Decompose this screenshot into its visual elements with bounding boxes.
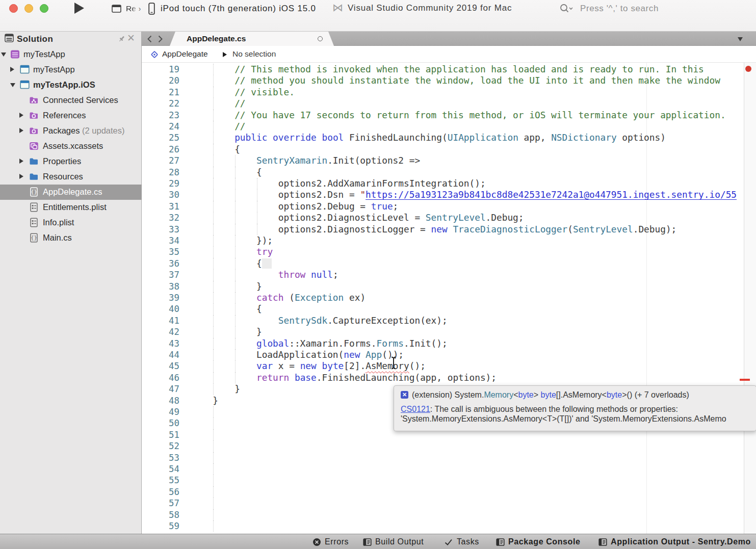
status-item-tasks[interactable]: Tasks (444, 534, 479, 549)
zoom-window-button[interactable] (40, 4, 48, 13)
chevron-right-icon[interactable] (19, 128, 23, 133)
code-line-59[interactable]: 59 (142, 520, 744, 532)
code-line-24[interactable]: 24 // (142, 121, 744, 132)
code-line-32[interactable]: 32 options2.DiagnosticLevel = SentryLeve… (142, 212, 744, 223)
code-line-52[interactable]: 52 (142, 440, 744, 452)
code-line-33[interactable]: 33 options2.DiagnosticLogger = new Trace… (142, 224, 744, 235)
tree-item-packages[interactable]: Packages (2 updates) (0, 123, 142, 139)
minimize-window-button[interactable] (24, 4, 33, 13)
tree-item-appdelegate-cs[interactable]: {}AppDelegate.cs (0, 185, 142, 200)
line-number: 35 (142, 246, 179, 257)
line-number: 33 (142, 224, 179, 235)
scroll-annotation-column[interactable] (744, 63, 756, 534)
console-icon (598, 538, 607, 546)
pin-pad-icon[interactable] (118, 35, 126, 45)
solution-pad-title: Solution (17, 34, 53, 44)
line-number: 20 (142, 75, 179, 86)
close-pad-icon[interactable]: ✕ (127, 32, 135, 44)
close-window-button[interactable] (9, 4, 18, 13)
breadcrumb-selection[interactable]: No selection (232, 49, 276, 59)
status-item-errors[interactable]: Errors (312, 534, 349, 549)
code-line-56[interactable]: 56 (142, 486, 744, 498)
code-line-58[interactable]: 58 (142, 509, 744, 520)
line-number: 39 (142, 292, 179, 303)
code-line-34[interactable]: 34 }); (142, 235, 744, 246)
search-field[interactable]: Press '^,' to search (559, 2, 659, 15)
code-line-57[interactable]: 57 (142, 498, 744, 509)
code-line-31[interactable]: 31 options2.Debug = true; (142, 201, 744, 212)
tree-item-mytestapp-ios[interactable]: myTestApp.iOS (0, 77, 142, 93)
code-line-46[interactable]: 46 return base.FinishedLaunching(app, op… (142, 372, 744, 383)
code-line-37[interactable]: 37 throw null; (142, 269, 744, 280)
tab-unsaved-indicator-icon (318, 36, 323, 41)
code-line-41[interactable]: 41 SentrySdk.CaptureException(ex); (142, 315, 744, 326)
breadcrumb: AppDelegate No selection (142, 46, 756, 63)
status-item-build-output[interactable]: Build Output (363, 534, 424, 549)
tree-item-entitlements-plist[interactable]: Entitlements.plist (0, 200, 142, 215)
code-line-54[interactable]: 54 (142, 463, 744, 475)
code-line-44[interactable]: 44 LoadApplication(new App()); (142, 349, 744, 360)
chevron-right-icon[interactable] (19, 174, 23, 179)
error-code-link[interactable]: CS0121 (401, 405, 430, 413)
csfile-icon: {} (29, 233, 39, 245)
plist-icon (29, 202, 39, 214)
tab-appdelegate[interactable]: AppDelegate.cs (170, 32, 334, 46)
code-line-23[interactable]: 23 // You have 17 seconds to return from… (142, 110, 744, 121)
configuration-selector[interactable]: Re › (112, 4, 141, 13)
code-line-43[interactable]: 43 global::Xamarin.Forms.Forms.Init(); (142, 338, 744, 349)
run-button[interactable] (74, 3, 84, 14)
code-text: // (191, 121, 246, 132)
tooltip-message-text: : The call is ambiguous between the foll… (430, 405, 678, 413)
code-line-19[interactable]: 19 // This method is invoked when the ap… (142, 64, 744, 75)
code-line-26[interactable]: 26 { (142, 144, 744, 155)
navigate-back-icon[interactable] (146, 35, 153, 45)
tree-item-properties[interactable]: Properties (0, 154, 142, 169)
indent-guide (213, 440, 214, 452)
navigate-forward-icon[interactable] (157, 35, 164, 45)
code-line-30[interactable]: 30 options2.Dsn = "https://5a193123a9b84… (142, 189, 744, 200)
code-line-42[interactable]: 42 } (142, 326, 744, 337)
tree-item-connected-services[interactable]: Connected Services (0, 93, 142, 108)
caret-highlight (262, 258, 272, 269)
tree-item-resources[interactable]: Resources (0, 169, 142, 185)
code-editor[interactable]: 19 // This method is invoked when the ap… (142, 63, 744, 534)
status-item-package-console[interactable]: Package Console (496, 534, 581, 549)
line-number: 41 (142, 315, 179, 326)
code-line-29[interactable]: 29 options2.AddXamarinFormsIntegration()… (142, 178, 744, 189)
code-line-40[interactable]: 40 { (142, 303, 744, 315)
chevron-right-icon[interactable] (10, 67, 14, 72)
code-line-28[interactable]: 28 { (142, 167, 744, 178)
breadcrumb-class[interactable]: AppDelegate (162, 49, 208, 59)
chevron-right-icon[interactable] (19, 159, 23, 164)
code-line-21[interactable]: 21 // visible. (142, 87, 744, 98)
line-number: 50 (142, 417, 179, 429)
tree-item-references[interactable]: References (0, 108, 142, 123)
code-line-22[interactable]: 22 // (142, 98, 744, 109)
device-selector[interactable]: iPod touch (7th generation) iOS 15.0 (148, 3, 316, 15)
code-line-38[interactable]: 38 } (142, 281, 744, 292)
tree-item-assets-xcassets[interactable]: Assets.xcassets (0, 139, 142, 154)
tree-item-info-plist[interactable]: Info.plist (0, 215, 142, 230)
line-number: 43 (142, 338, 179, 349)
tree-item-mytestapp[interactable]: myTestApp (0, 62, 142, 77)
code-line-27[interactable]: 27 SentryXamarin.Init(options2 => (142, 155, 744, 166)
tree-item-main-cs[interactable]: {}Main.cs (0, 230, 142, 246)
code-line-53[interactable]: 53 (142, 452, 744, 463)
code-line-39[interactable]: 39 catch (Exception ex) (142, 292, 744, 303)
chevron-down-icon[interactable] (10, 83, 15, 87)
code-text: LoadApplication(new App()); (191, 349, 404, 360)
code-line-25[interactable]: 25 public override bool FinishedLaunchin… (142, 132, 744, 143)
chevron-right-icon[interactable] (19, 113, 23, 118)
code-line-35[interactable]: 35 try (142, 246, 744, 257)
chevron-down-icon[interactable] (1, 53, 6, 57)
code-line-45[interactable]: 45 var x = new byte[2].AsMemory(); (142, 360, 744, 372)
tab-label: AppDelegate.cs (187, 34, 246, 43)
status-item-application-output-sentry-demo[interactable]: Application Output - Sentry.Demo (598, 534, 751, 549)
tree-item-mytestapp[interactable]: myTestApp (0, 47, 142, 62)
indent-guide (213, 475, 214, 486)
code-line-20[interactable]: 20 // method you should instantiate the … (142, 75, 744, 86)
line-number: 49 (142, 406, 179, 417)
code-line-55[interactable]: 55 (142, 475, 744, 486)
tab-list-dropdown-icon[interactable] (738, 37, 743, 41)
code-line-36[interactable]: 36 { (142, 258, 744, 269)
